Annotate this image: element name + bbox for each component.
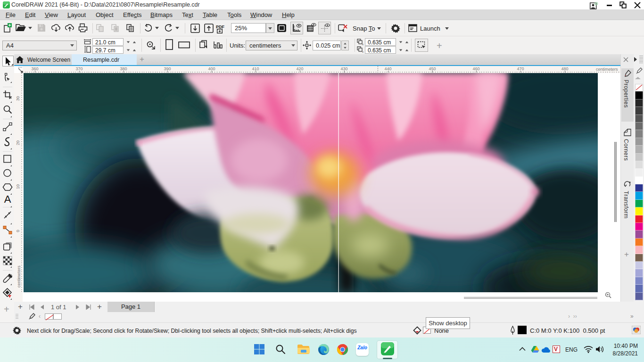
svg-text:y: y — [362, 50, 363, 53]
svg-text:x: x — [362, 43, 363, 46]
